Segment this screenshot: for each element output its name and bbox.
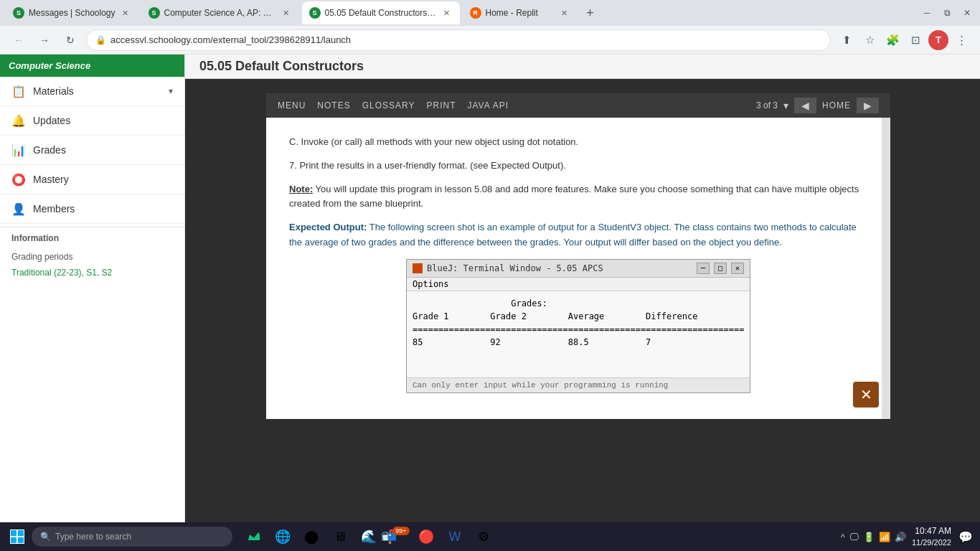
url-bar[interactable]: 🔒 accessvl.schoology.com/external_tool/2… <box>86 29 831 51</box>
bluej-close-button[interactable]: ✕ <box>731 263 744 274</box>
taskbar-app-settings[interactable]: ⚙ <box>471 524 496 550</box>
chrome-icon: 🔴 <box>418 529 434 545</box>
sidebar-item-materials[interactable]: 📋 Materials ▾ <box>0 77 184 106</box>
volume-icon[interactable]: 🔊 <box>895 532 906 542</box>
updates-icon: 🔔 <box>11 113 26 128</box>
updates-label: Updates <box>33 115 70 126</box>
search-placeholder: Type here to search <box>55 532 131 542</box>
sidebar-toggle-icon[interactable]: ⊡ <box>905 30 925 50</box>
menu-icon[interactable]: ⋮ <box>951 30 971 50</box>
restore-button[interactable]: ⧉ <box>940 6 954 20</box>
schoology-icon-2: S <box>149 7 160 19</box>
materials-label-row: 📋 Materials <box>11 84 74 98</box>
content-area: 05.05 Default Constructors MENU NOTES GL… <box>185 55 980 522</box>
grading-periods-label: Grading periods <box>0 249 184 265</box>
prev-page-button[interactable]: ◀ <box>794 98 816 113</box>
back-button[interactable]: ← <box>9 30 29 50</box>
glossary-button[interactable]: GLOSSARY <box>362 100 415 110</box>
schoology-icon-3: S <box>309 7 321 19</box>
bluej-window-buttons: ─ □ ✕ <box>697 263 744 274</box>
notification-button[interactable]: 💬 <box>957 528 974 545</box>
bookmark-icon[interactable]: ☆ <box>859 30 880 50</box>
taskbar-app-crown[interactable] <box>241 524 267 550</box>
window-controls: ─ ⧉ ✕ <box>920 6 974 20</box>
next-page-button[interactable]: ▶ <box>857 98 879 113</box>
lesson-nav: 3 of 3 ▾ ◀ HOME ▶ <box>756 98 879 113</box>
close-lesson-button[interactable]: ✕ <box>853 382 879 408</box>
start-button[interactable] <box>6 525 29 548</box>
word-icon: W <box>447 529 463 545</box>
browser-tab-1[interactable]: S Messages | Schoology ✕ <box>6 1 138 24</box>
close-button[interactable]: ✕ <box>960 6 974 20</box>
taskbar-app-word[interactable]: W <box>442 524 468 550</box>
lesson-scrollbar[interactable] <box>882 118 890 419</box>
taskbar-app-edge[interactable]: 🌊 <box>356 524 382 550</box>
grades-label: Grades <box>33 144 66 156</box>
current-time: 10:47 AM <box>912 525 951 537</box>
materials-label: Materials <box>33 85 74 97</box>
svg-rect-2 <box>11 537 17 543</box>
bluej-options-menu[interactable]: Options <box>413 279 449 289</box>
extension-icon[interactable]: 🧩 <box>882 30 903 50</box>
profile-avatar[interactable]: T <box>928 30 948 50</box>
tab-2-close[interactable]: ✕ <box>281 7 292 19</box>
network-icon[interactable]: 🖵 <box>849 532 859 542</box>
taskbar-app-chrome[interactable]: 🔴 <box>413 524 439 550</box>
tab-1-close[interactable]: ✕ <box>120 7 131 19</box>
print-button[interactable]: PRINT <box>427 100 456 110</box>
new-tab-button[interactable]: + <box>580 3 600 23</box>
content-item-7: 7. Print the results in a user-friendly … <box>289 159 867 174</box>
taskbar-app-desktop[interactable]: 🖥 <box>327 524 353 550</box>
page-info: 3 of 3 <box>756 100 778 110</box>
chevron-up-icon[interactable]: ^ <box>841 532 845 542</box>
tab-4-close[interactable]: ✕ <box>559 7 570 19</box>
address-bar-actions: ⬆ ☆ 🧩 ⊡ T ⋮ <box>837 30 971 50</box>
tray-icons: ^ 🖵 🔋 📶 🔊 <box>841 532 906 542</box>
content-expected: Expected Output: The following screen sh… <box>289 220 867 250</box>
page-dropdown-icon[interactable]: ▾ <box>783 100 788 111</box>
browser-tab-2[interactable]: S Computer Science A, AP: Section ✕ <box>141 1 299 24</box>
java-api-button[interactable]: JAVA API <box>468 100 509 110</box>
svg-rect-3 <box>18 537 24 543</box>
information-section-header: Information <box>0 227 184 249</box>
minimize-button[interactable]: ─ <box>920 6 934 20</box>
bluej-terminal: BlueJ: Terminal Window - 5.05 APCS ─ □ ✕… <box>406 259 750 393</box>
clock: 10:47 AM 11/29/2022 <box>912 525 951 548</box>
menu-button[interactable]: MENU <box>278 100 306 110</box>
tab-2-label: Computer Science A, AP: Section <box>164 8 276 18</box>
home-button[interactable]: HOME <box>822 100 851 110</box>
bluej-maximize-button[interactable]: □ <box>714 263 727 274</box>
sidebar-item-members[interactable]: 👤 Members <box>0 194 184 224</box>
browser-tab-4[interactable]: R Home - Replit ✕ <box>463 1 578 24</box>
battery-icon[interactable]: 🔋 <box>863 532 875 542</box>
taskbar-app-circle[interactable]: ⬤ <box>298 524 324 550</box>
note-label: Note: <box>289 184 313 194</box>
lesson-toolbar: MENU NOTES GLOSSARY PRINT JAVA API 3 of … <box>266 93 890 118</box>
taskbar-search[interactable]: 🔍 Type here to search <box>32 527 232 547</box>
bluej-minimize-button[interactable]: ─ <box>697 263 710 274</box>
grading-periods-value: Traditional (22-23), S1, S2 <box>0 265 184 281</box>
refresh-button[interactable]: ↻ <box>60 30 80 50</box>
notes-button[interactable]: NOTES <box>317 100 350 110</box>
bluej-output-text: Grades: Grade 1 Grade 2 Average Differen… <box>413 297 744 349</box>
email-badge: 99+ <box>392 527 409 535</box>
share-icon[interactable]: ⬆ <box>837 30 857 50</box>
taskbar-app-globe[interactable]: 🌐 <box>270 524 296 550</box>
sidebar-item-updates[interactable]: 🔔 Updates <box>0 106 184 136</box>
schoology-icon-1: S <box>13 7 24 19</box>
browser-tab-3[interactable]: S 05.05 Default Constructors | Scho ✕ <box>302 1 460 24</box>
sidebar-item-mastery[interactable]: ⭕ Mastery <box>0 165 184 194</box>
tab-3-close[interactable]: ✕ <box>441 7 453 19</box>
sidebar-item-grades[interactable]: 📊 Grades <box>0 136 184 165</box>
taskbar-app-email[interactable]: 📬 99+ <box>385 524 410 550</box>
bluej-menu[interactable]: Options <box>407 278 750 291</box>
settings-icon: ⚙ <box>476 529 491 545</box>
grading-periods-link[interactable]: Traditional (22-23), S1, S2 <box>11 268 112 278</box>
lesson-content: C. Invoke (or call) all methods with you… <box>266 118 890 419</box>
replit-icon: R <box>470 7 481 19</box>
expected-text: The following screen shot is an example … <box>289 222 857 248</box>
note-text: You will update this program in lesson 5… <box>289 184 859 209</box>
forward-button[interactable]: → <box>34 30 55 50</box>
bluej-output: Grades: Grade 1 Grade 2 Average Differen… <box>407 291 750 377</box>
wifi-icon[interactable]: 📶 <box>879 532 890 542</box>
